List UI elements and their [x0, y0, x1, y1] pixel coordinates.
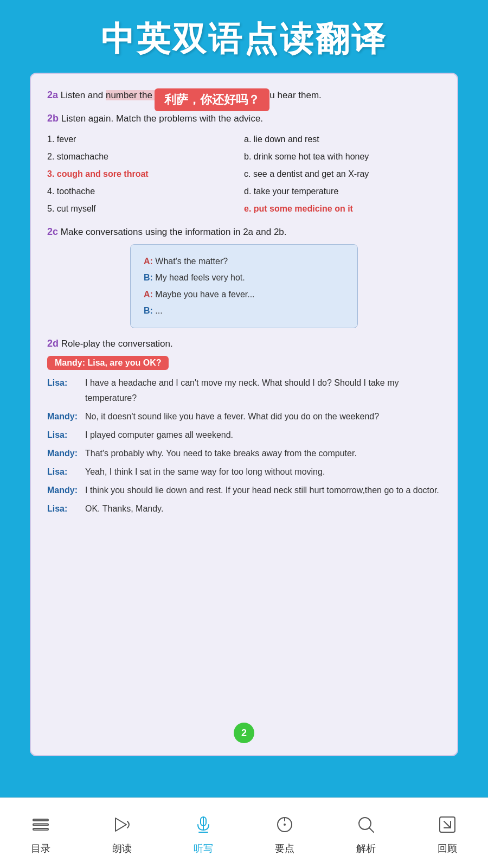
- dialog-speaker-b2: B:: [144, 306, 153, 315]
- conversation: Lisa: I have a headache and I can't move…: [47, 375, 441, 516]
- conv-row-5: Lisa: Yeah, I think I sat in the same wa…: [47, 464, 441, 480]
- section-2c-label: 2c: [47, 226, 58, 237]
- dialog-text-a2: Maybe you have a fever...: [155, 290, 254, 299]
- section-2a: 2a Listen and number the pictures [1-5] …: [47, 87, 441, 103]
- toolbar-item-dictation[interactable]: 听写: [190, 812, 216, 855]
- conv-text-lisa-2: I played computer games all weekend.: [85, 427, 441, 443]
- conv-row-7: Lisa: OK. Thanks, Mandy.: [47, 501, 441, 516]
- conv-speaker-lisa-3: Lisa:: [47, 464, 85, 480]
- section-2c-header: 2c Make conversations using the informat…: [47, 226, 441, 238]
- advice-e[interactable]: e. put some medicine on it: [244, 200, 441, 218]
- toolbar-item-key[interactable]: 要点: [272, 812, 298, 855]
- dialog-speaker-a2: A:: [144, 290, 153, 299]
- mandy-highlight: Mandy: Lisa, are you OK?: [47, 356, 169, 370]
- read-icon: [109, 812, 135, 838]
- section-2d-header-text: Role-play the conversation.: [61, 339, 173, 349]
- conv-speaker-mandy-2: Mandy:: [47, 446, 85, 461]
- toolbar-item-menu[interactable]: 目录: [28, 812, 54, 855]
- toolbar-label-read: 朗读: [112, 842, 132, 855]
- advice-d[interactable]: d. take your temperature: [244, 183, 441, 200]
- dialog-line-1: A: What's the matter?: [144, 253, 344, 270]
- dialog-line-4: B: ...: [144, 303, 344, 319]
- toolbar-label-menu: 目录: [31, 842, 50, 855]
- problem-5[interactable]: 5. cut myself: [47, 200, 244, 218]
- header: 中英双语点读翻译: [0, 0, 488, 73]
- conv-row-6: Mandy: I think you should lie down and r…: [47, 483, 441, 498]
- analysis-icon: [353, 812, 379, 838]
- toolbar-item-review[interactable]: 回顾: [434, 812, 460, 855]
- page-number: 2: [234, 723, 254, 743]
- dialog-text-b1: My head feels very hot.: [155, 273, 245, 282]
- conv-speaker-lisa-4: Lisa:: [47, 501, 85, 516]
- conv-row-1: Lisa: I have a headache and I can't move…: [47, 375, 441, 406]
- svg-marker-3: [115, 818, 126, 831]
- conv-speaker-lisa-1: Lisa:: [47, 375, 85, 391]
- section-2d: 2d Role-play the conversation. Mandy: Li…: [47, 338, 441, 516]
- section-2b-label: 2b: [47, 113, 59, 124]
- section-2d-label: 2d: [47, 338, 59, 349]
- book-page: 2a Listen and number the pictures [1-5] …: [30, 73, 458, 756]
- advice-list: a. lie down and rest b. drink some hot t…: [244, 131, 441, 218]
- review-icon: [434, 812, 460, 838]
- conv-text-mandy-3: I think you should lie down and rest. If…: [85, 483, 441, 498]
- section-2d-header: 2d Role-play the conversation.: [47, 338, 441, 349]
- conv-row-2: Mandy: No, it doesn't sound like you hav…: [47, 409, 441, 424]
- conv-speaker-lisa-2: Lisa:: [47, 427, 85, 443]
- conv-text-lisa-3: Yeah, I think I sat in the same way for …: [85, 464, 441, 480]
- dialog-text-b2: ...: [155, 306, 162, 315]
- problems-list: 1. fever 2. stomachache 3. cough and sor…: [47, 131, 244, 218]
- section-2b: 2b Listen again. Match the problems with…: [47, 113, 441, 218]
- tooltip-box[interactable]: 利萨，你还好吗？: [155, 88, 269, 111]
- section-2b-header: 2b Listen again. Match the problems with…: [47, 113, 441, 124]
- conv-text-mandy-1: No, it doesn't sound like you have a fev…: [85, 409, 441, 424]
- section-2c: 2c Make conversations using the informat…: [47, 226, 441, 329]
- svg-rect-0: [33, 819, 48, 821]
- problem-3[interactable]: 3. cough and sore throat: [47, 165, 244, 183]
- dictation-icon: [190, 812, 216, 838]
- matching-table: 1. fever 2. stomachache 3. cough and sor…: [47, 131, 441, 218]
- toolbar-label-review: 回顾: [438, 842, 457, 855]
- conv-text-mandy-2: That's probably why. You need to take br…: [85, 446, 441, 461]
- conv-text-lisa-4: OK. Thanks, Mandy.: [85, 501, 441, 516]
- conv-speaker-mandy-1: Mandy:: [47, 409, 85, 424]
- mandy-highlight-box: Mandy: Lisa, are you OK?: [47, 356, 441, 375]
- dialog-line-2: B: My head feels very hot.: [144, 270, 344, 286]
- toolbar-label-analysis: 解析: [356, 842, 376, 855]
- advice-a[interactable]: a. lie down and rest: [244, 131, 441, 148]
- toolbar-item-read[interactable]: 朗读: [109, 812, 135, 855]
- section-2b-header-text: Listen again. Match the problems with th…: [61, 113, 263, 124]
- problem-1[interactable]: 1. fever: [47, 131, 244, 148]
- svg-point-8: [284, 824, 286, 826]
- dialog-box: A: What's the matter? B: My head feels v…: [130, 244, 358, 329]
- toolbar-label-key: 要点: [275, 842, 294, 855]
- conv-speaker-mandy-3: Mandy:: [47, 483, 85, 498]
- conv-row-3: Lisa: I played computer games all weeken…: [47, 427, 441, 443]
- menu-icon: [28, 812, 54, 838]
- svg-rect-2: [33, 828, 48, 830]
- problem-2[interactable]: 2. stomachache: [47, 148, 244, 165]
- toolbar-item-analysis[interactable]: 解析: [353, 812, 379, 855]
- section-2a-label: 2a: [47, 90, 58, 100]
- conv-text-lisa-1: I have a headache and I can't move my ne…: [85, 375, 441, 406]
- key-icon: [272, 812, 298, 838]
- advice-c[interactable]: c. see a dentist and get an X-ray: [244, 165, 441, 183]
- conv-row-4: Mandy: That's probably why. You need to …: [47, 446, 441, 461]
- section-2c-header-text: Make conversations using the information…: [61, 227, 287, 237]
- problem-4[interactable]: 4. toothache: [47, 183, 244, 200]
- dialog-text-a1: What's the matter?: [155, 257, 228, 266]
- dialog-speaker-a1: A:: [144, 257, 153, 266]
- toolbar-label-dictation: 听写: [194, 842, 213, 855]
- dialog-speaker-b1: B:: [144, 273, 153, 282]
- advice-b[interactable]: b. drink some hot tea with honey: [244, 148, 441, 165]
- svg-rect-1: [33, 824, 48, 825]
- dialog-line-3: A: Maybe you have a fever...: [144, 286, 344, 303]
- svg-line-11: [369, 828, 374, 832]
- page-title: 中英双语点读翻译: [11, 16, 477, 62]
- toolbar: 目录 朗读 听写: [0, 797, 488, 868]
